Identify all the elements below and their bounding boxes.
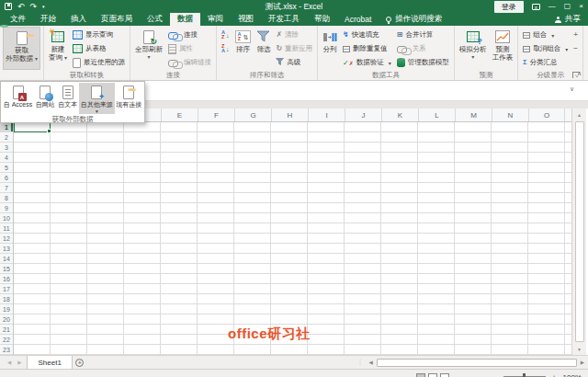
column-header-L[interactable]: L [418, 109, 455, 121]
row-header-18[interactable]: 18 [0, 294, 13, 304]
data-validation-button[interactable]: ✓✗ 数据验证 [341, 56, 393, 69]
prev-sheet-icon[interactable]: ◀ [7, 360, 11, 365]
from-table-button[interactable]: 从表格 [71, 42, 127, 55]
zoom-out-button[interactable]: − [492, 373, 497, 377]
column-header-M[interactable]: M [455, 109, 492, 121]
tab-page-layout[interactable]: 页面布局 [94, 13, 140, 26]
row-header-2[interactable]: 2 [0, 132, 13, 143]
next-sheet-icon[interactable]: ▶ [17, 360, 21, 365]
scroll-right-icon[interactable]: ▶ [579, 360, 586, 365]
properties-button[interactable]: 属性 [166, 42, 213, 55]
add-sheet-button[interactable]: + [73, 356, 87, 369]
collapse-ribbon-icon[interactable]: ∧ [577, 70, 582, 77]
filter-button[interactable]: 筛选 [254, 27, 272, 70]
edit-links-button[interactable]: 编辑链接 [166, 56, 213, 69]
redo-icon[interactable]: ↷ [30, 3, 38, 10]
ribbon-display-options-icon[interactable]: ∧ [532, 4, 540, 10]
row-header-20[interactable]: 20 [0, 314, 13, 325]
tab-home[interactable]: 开始 [33, 13, 63, 26]
column-header-J[interactable]: J [345, 109, 381, 121]
minimize-button[interactable]: — [548, 3, 556, 10]
row-header-21[interactable]: 21 [0, 325, 13, 335]
subtotal-button[interactable]: Σ 分类汇总 [521, 56, 570, 69]
relationships-button[interactable]: 关系 [395, 42, 451, 55]
what-if-analysis-button[interactable]: ? 模拟分析 ▾ [458, 27, 489, 70]
show-queries-button[interactable]: 显示查询 [71, 29, 127, 41]
zoom-in-button[interactable]: + [552, 373, 557, 377]
close-button[interactable]: × [579, 3, 583, 10]
group-button[interactable]: 组合 [521, 29, 570, 41]
page-break-view-button[interactable] [440, 373, 449, 377]
row-header-8[interactable]: 8 [0, 193, 13, 203]
scroll-down-icon[interactable]: ▼ [572, 343, 586, 355]
manage-data-model-button[interactable]: 管理数据模型 [395, 56, 451, 69]
row-header-15[interactable]: 15 [0, 264, 13, 274]
tab-help[interactable]: 帮助 [307, 13, 337, 26]
consolidate-button[interactable]: ⊞ 合并计算 [395, 29, 451, 41]
zoom-level[interactable]: 100% [563, 373, 582, 377]
row-header-12[interactable]: 12 [0, 234, 13, 244]
tab-data[interactable]: 数据 [170, 13, 200, 26]
page-layout-view-button[interactable] [428, 373, 437, 377]
remove-duplicates-button[interactable]: 删除重复值 [341, 42, 393, 55]
hide-detail-button[interactable]: − [571, 42, 580, 55]
column-header-O[interactable]: O [528, 109, 565, 121]
flash-fill-button[interactable]: ↯ 快速填充 [341, 29, 393, 41]
sort-descending-button[interactable]: ZA↓ [220, 42, 231, 55]
connections-button[interactable]: 连接 [166, 29, 213, 41]
row-header-10[interactable]: 10 [0, 213, 13, 223]
scroll-up-icon[interactable]: ▲ [572, 109, 586, 120]
forecast-sheet-button[interactable]: 预测 工作表 [491, 27, 515, 70]
tab-acrobat[interactable]: Acrobat [337, 13, 379, 26]
column-header-K[interactable]: K [381, 109, 418, 121]
share-button[interactable]: 共享 [555, 13, 581, 26]
tab-formulas[interactable]: 公式 [140, 13, 170, 26]
row-header-17[interactable]: 17 [0, 284, 13, 294]
menu-item-from-web[interactable]: 自网站 [34, 83, 57, 114]
row-header-23[interactable]: 23 [0, 345, 13, 355]
horizontal-scroll-thumb[interactable] [377, 359, 577, 367]
row-header-6[interactable]: 6 [0, 173, 13, 183]
column-header-F[interactable]: F [198, 109, 234, 121]
cells-area[interactable]: office研习社 [14, 122, 571, 355]
row-header-3[interactable]: 3 [0, 143, 13, 153]
tab-insert[interactable]: 插入 [63, 13, 94, 26]
column-header-E[interactable]: E [161, 109, 198, 121]
horizontal-scrollbar[interactable]: ⋮ ◀ ▶ [357, 356, 588, 369]
row-header-9[interactable]: 9 [0, 203, 13, 213]
row-header-11[interactable]: 11 [0, 223, 13, 234]
vertical-scroll-thumb[interactable] [575, 121, 584, 342]
column-header-N[interactable]: N [492, 109, 528, 121]
row-header-16[interactable]: 16 [0, 274, 13, 284]
maximize-button[interactable]: ▢ [564, 3, 571, 10]
advanced-filter-button[interactable]: 高级 [274, 56, 314, 69]
menu-item-from-access[interactable]: A 自 Access [2, 83, 34, 114]
get-external-data-button[interactable]: 获取 外部数据 [3, 27, 40, 70]
clear-filter-button[interactable]: ✗ 清除 [274, 29, 314, 41]
normal-view-button[interactable] [416, 373, 425, 377]
new-query-button[interactable]: ↯ 新建 查询 [47, 27, 69, 70]
ungroup-button[interactable]: 取消组合 [521, 42, 570, 55]
sort-button[interactable]: AZ⇅ 排序 [233, 27, 254, 70]
refresh-all-button[interactable]: ↻ 全部刷新 ▾ [133, 27, 164, 70]
column-header-G[interactable]: G [234, 109, 271, 121]
customize-qat-icon[interactable]: ▾ [42, 3, 45, 10]
text-to-columns-button[interactable]: 分列 [321, 27, 339, 70]
row-header-19[interactable]: 19 [0, 304, 13, 314]
sign-in-button[interactable]: 登录 [494, 1, 524, 13]
tab-developer[interactable]: 开发工具 [261, 13, 307, 26]
menu-item-from-text[interactable]: 自文本 [57, 83, 80, 114]
save-icon[interactable] [5, 3, 12, 10]
row-header-5[interactable]: 5 [0, 163, 13, 173]
menu-item-from-other-sources[interactable]: ✦ 自其他来源 ▾ [79, 83, 115, 114]
row-header-13[interactable]: 13 [0, 244, 13, 254]
sort-ascending-button[interactable]: AZ↓ [220, 29, 231, 41]
worksheet-grid[interactable]: 123456789101112131415161718192021222324 … [0, 122, 571, 355]
show-detail-button[interactable]: + [571, 29, 580, 41]
vertical-scrollbar[interactable]: ▲ ▼ [571, 109, 586, 355]
scroll-left-icon[interactable]: ◀ [368, 360, 375, 365]
reapply-button[interactable]: ↻ 重新应用 [274, 42, 314, 55]
menu-item-existing-connections[interactable]: 现有连接 [115, 83, 144, 114]
row-header-4[interactable]: 4 [0, 153, 13, 163]
tab-file[interactable]: 文件 [3, 13, 33, 26]
